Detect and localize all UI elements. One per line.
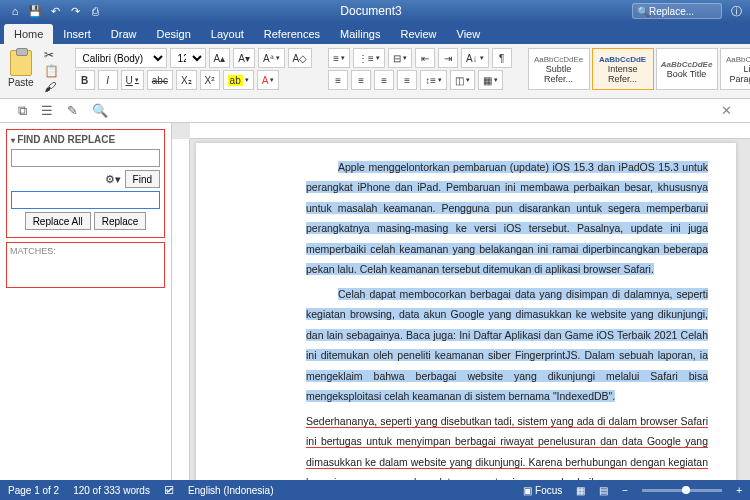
- ribbon-tabs: Home Insert Draw Design Layout Reference…: [0, 22, 750, 44]
- zoom-in-button[interactable]: +: [736, 485, 742, 496]
- dedent-button[interactable]: ⇤: [415, 48, 435, 68]
- tab-design[interactable]: Design: [147, 24, 201, 44]
- replace-all-button[interactable]: Replace All: [25, 212, 91, 230]
- sort-button[interactable]: A↓: [461, 48, 489, 68]
- ribbon: Paste ✂ 📋 🖌 Calibri (Body) 12 A▴ A▾ Aᵃ A…: [0, 44, 750, 99]
- tab-mailings[interactable]: Mailings: [330, 24, 390, 44]
- decrease-font-button[interactable]: A▾: [233, 48, 255, 68]
- focus-mode[interactable]: ▣ Focus: [523, 485, 562, 496]
- shading-button[interactable]: ◫: [450, 70, 475, 90]
- nav-search-icon[interactable]: 🔍: [92, 103, 108, 118]
- tab-review[interactable]: Review: [390, 24, 446, 44]
- find-replace-sidebar: FIND AND REPLACE ⚙▾ Find Replace All Rep…: [0, 123, 172, 500]
- close-nav-icon[interactable]: ✕: [721, 103, 732, 118]
- find-replace-title: FIND AND REPLACE: [11, 134, 160, 145]
- increase-font-button[interactable]: A▴: [209, 48, 231, 68]
- replace-button[interactable]: Replace: [94, 212, 147, 230]
- font-name-select[interactable]: Calibri (Body): [75, 48, 167, 68]
- document-page[interactable]: Apple menggelontorkan pembaruan (update)…: [196, 143, 736, 500]
- tab-view[interactable]: View: [447, 24, 491, 44]
- align-left-button[interactable]: ≡: [328, 70, 348, 90]
- style-book-title[interactable]: AaBbCcDdEeBook Title: [656, 48, 718, 90]
- nav-pane-tabs: ⧉ ☰ ✎ 🔍 ✕: [0, 99, 750, 123]
- tab-home[interactable]: Home: [4, 24, 53, 44]
- replace-search[interactable]: 🔍 Replace...: [632, 3, 722, 19]
- line-spacing-button[interactable]: ↕≡: [420, 70, 447, 90]
- body-text: Celah dapat membocorkan berbagai data ya…: [306, 288, 708, 402]
- style-subtle-ref[interactable]: AaBbCcDdEeSubtle Refer...: [528, 48, 590, 90]
- italic-button[interactable]: I: [98, 70, 118, 90]
- print-icon[interactable]: ⎙: [88, 4, 102, 18]
- nav-headings-icon[interactable]: ☰: [41, 103, 53, 118]
- find-options-gear-icon[interactable]: ⚙▾: [104, 170, 122, 188]
- strike-button[interactable]: abc: [147, 70, 173, 90]
- numbering-button[interactable]: ⋮≡: [353, 48, 385, 68]
- tab-insert[interactable]: Insert: [53, 24, 101, 44]
- home-icon[interactable]: ⌂: [8, 4, 22, 18]
- matches-panel: MATCHES:: [6, 242, 165, 288]
- zoom-out-button[interactable]: −: [622, 485, 628, 496]
- clear-format-button[interactable]: A◇: [288, 48, 313, 68]
- style-gallery: AaBbCcDdEeSubtle Refer... AaBbCcDdEInten…: [528, 48, 750, 90]
- view-web-icon[interactable]: ▤: [599, 485, 608, 496]
- page-count[interactable]: Page 1 of 2: [8, 485, 59, 496]
- help-icon[interactable]: ⓘ: [722, 4, 750, 19]
- copy-icon[interactable]: 📋: [44, 64, 59, 78]
- word-count[interactable]: 120 of 333 words: [73, 485, 150, 496]
- bullets-button[interactable]: ≡: [328, 48, 350, 68]
- status-bar: Page 1 of 2 120 of 333 words 🗹 English (…: [0, 480, 750, 500]
- undo-icon[interactable]: ↶: [48, 4, 62, 18]
- zoom-slider[interactable]: [642, 489, 722, 492]
- find-button[interactable]: Find: [125, 170, 160, 188]
- format-painter-icon[interactable]: 🖌: [44, 80, 59, 94]
- vertical-ruler[interactable]: [172, 139, 190, 500]
- tab-references[interactable]: References: [254, 24, 330, 44]
- tab-draw[interactable]: Draw: [101, 24, 147, 44]
- nav-results-icon[interactable]: ✎: [67, 103, 78, 118]
- bold-button[interactable]: B: [75, 70, 95, 90]
- tab-layout[interactable]: Layout: [201, 24, 254, 44]
- document-area: Apple menggelontorkan pembaruan (update)…: [172, 123, 750, 500]
- multilevel-button[interactable]: ⊟: [388, 48, 412, 68]
- nav-thumbnails-icon[interactable]: ⧉: [18, 103, 27, 119]
- redo-icon[interactable]: ↷: [68, 4, 82, 18]
- font-color-button[interactable]: A: [257, 70, 280, 90]
- horizontal-ruler[interactable]: [190, 123, 750, 139]
- view-print-icon[interactable]: ▦: [576, 485, 585, 496]
- borders-button[interactable]: ▦: [478, 70, 503, 90]
- find-input[interactable]: [11, 149, 160, 167]
- font-size-select[interactable]: 12: [170, 48, 206, 68]
- superscript-button[interactable]: X²: [200, 70, 220, 90]
- indent-button[interactable]: ⇥: [438, 48, 458, 68]
- paste-button[interactable]: Paste: [6, 48, 36, 90]
- style-list-para[interactable]: AaBbCcDdEeList Paragraph: [720, 48, 750, 90]
- spell-check-icon[interactable]: 🗹: [164, 485, 174, 496]
- clipboard-icon: [10, 50, 32, 76]
- document-title: Document3: [110, 4, 632, 18]
- save-icon[interactable]: 💾: [28, 4, 42, 18]
- subscript-button[interactable]: X₂: [176, 70, 197, 90]
- body-text: Apple menggelontorkan pembaruan (update)…: [306, 161, 708, 275]
- change-case-button[interactable]: Aᵃ: [258, 48, 285, 68]
- align-center-button[interactable]: ≡: [351, 70, 371, 90]
- align-right-button[interactable]: ≡: [374, 70, 394, 90]
- language-status[interactable]: English (Indonesia): [188, 485, 274, 496]
- style-intense-ref[interactable]: AaBbCcDdEIntense Refer...: [592, 48, 654, 90]
- highlight-button[interactable]: ab: [223, 70, 254, 90]
- justify-button[interactable]: ≡: [397, 70, 417, 90]
- cut-icon[interactable]: ✂: [44, 48, 59, 62]
- underline-button[interactable]: U: [121, 70, 144, 90]
- show-marks-button[interactable]: ¶: [492, 48, 512, 68]
- replace-input[interactable]: [11, 191, 160, 209]
